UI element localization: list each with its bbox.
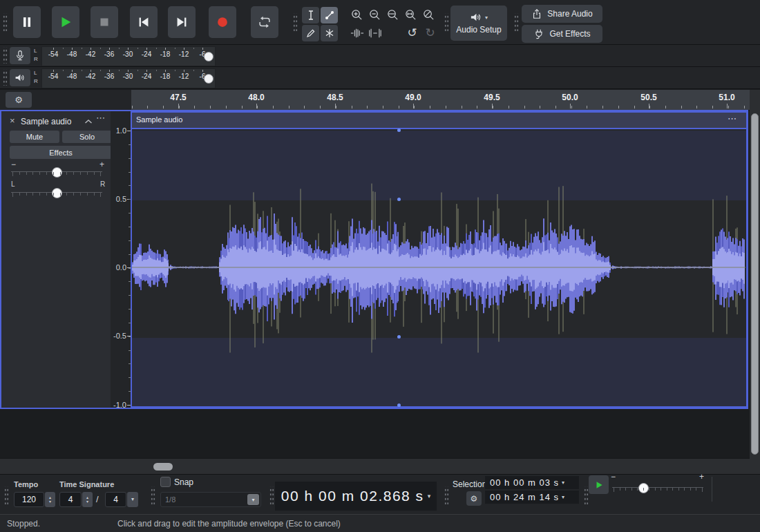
- ruler-tick: [634, 106, 635, 108]
- vertical-ruler-label: 0.0: [116, 263, 126, 272]
- envelope-control-point[interactable]: [397, 403, 401, 407]
- tempo-input[interactable]: 120: [14, 492, 44, 507]
- zoom-in-button[interactable]: [348, 7, 365, 22]
- loop-button[interactable]: [251, 6, 278, 38]
- toolbar-grip[interactable]: [151, 486, 155, 504]
- timeline-options-button[interactable]: ⚙: [6, 92, 32, 108]
- meter-minor-tick: [137, 48, 138, 49]
- time-signature-divider: /: [96, 494, 99, 504]
- time-signature-upper-input[interactable]: 4: [59, 492, 82, 507]
- clip-header[interactable]: Sample audio ⋯: [132, 113, 746, 129]
- selection-end-field[interactable]: 00 h 24 m 14 s ▾: [485, 491, 579, 504]
- audio-position-display[interactable]: 00 h 00 m 02.868 s ▾: [275, 482, 437, 511]
- envelope-control-point[interactable]: [397, 129, 401, 132]
- redo-button[interactable]: ↻: [421, 25, 439, 40]
- chevron-down-icon: ▾: [86, 500, 88, 504]
- record-button[interactable]: [209, 6, 236, 38]
- toolbar-grip[interactable]: [3, 13, 8, 31]
- snap-checkbox[interactable]: [160, 477, 171, 487]
- skip-to-end-button[interactable]: [168, 6, 196, 38]
- fit-project-button[interactable]: [402, 7, 419, 22]
- slider-tick: [649, 488, 649, 491]
- ruler-major-tick: [492, 104, 493, 108]
- toolbar-grip[interactable]: [3, 69, 8, 86]
- silence-audio-button[interactable]: [366, 26, 383, 41]
- toolbar-grip[interactable]: [584, 486, 589, 504]
- toolbar-grip[interactable]: [444, 13, 449, 31]
- playback-meter[interactable]: -54-48-42-36-30-24-18-12-6: [41, 68, 216, 88]
- play-at-speed-button[interactable]: [589, 475, 609, 494]
- toolbar-grip[interactable]: [4, 486, 9, 504]
- mute-button[interactable]: Mute: [10, 131, 59, 143]
- undo-button[interactable]: ↺: [403, 25, 421, 40]
- chevron-down-icon: ▾: [131, 497, 134, 502]
- selection-start-field[interactable]: 00 h 00 m 03 s ▾: [485, 476, 579, 489]
- toolbar-grip[interactable]: [514, 13, 519, 31]
- ruler-tick: [571, 106, 572, 108]
- tempo-stepper[interactable]: ▴ ▾: [45, 492, 55, 507]
- zoom-out-button[interactable]: [366, 7, 383, 22]
- gain-slider[interactable]: [11, 167, 102, 177]
- envelope-tool-button[interactable]: [321, 7, 338, 23]
- envelope-control-point[interactable]: [397, 198, 401, 201]
- time-signature-lower-dropdown[interactable]: ▾: [127, 492, 138, 507]
- envelope-icon: [324, 10, 335, 21]
- slider-tick: [46, 193, 47, 196]
- snap-interval-dropdown[interactable]: 1/8 ▾: [160, 492, 261, 507]
- trim-audio-button[interactable]: [348, 26, 365, 41]
- collapse-track-button[interactable]: [84, 119, 93, 124]
- speed-slider-thumb[interactable]: [638, 483, 649, 493]
- fit-selection-button[interactable]: [384, 7, 401, 22]
- toolbar-grip[interactable]: [444, 486, 449, 504]
- meter-scale-label: -54: [48, 50, 58, 58]
- ruler-label: 48.0: [248, 93, 264, 102]
- track-menu-button[interactable]: ⋯: [96, 113, 105, 123]
- share-audio-button[interactable]: Share Audio: [522, 5, 602, 23]
- skip-to-start-button[interactable]: [130, 6, 158, 38]
- vertical-scrollbar[interactable]: [750, 90, 760, 474]
- toolbar-grip[interactable]: [3, 47, 8, 64]
- vertical-scale-ruler[interactable]: 1.00.50.0-0.5-1.0: [111, 111, 131, 408]
- zoom-toggle-button[interactable]: [420, 7, 437, 22]
- envelope-control-point[interactable]: [397, 335, 401, 339]
- record-meter-button[interactable]: [10, 47, 30, 64]
- speed-plus-label: +: [699, 472, 704, 482]
- horizontal-scrollbar[interactable]: [0, 458, 750, 475]
- ruler-major-tick: [256, 104, 257, 108]
- meter-tick: [72, 70, 73, 72]
- selection-options-button[interactable]: ⚙: [466, 491, 482, 506]
- get-effects-button[interactable]: Get Effects: [522, 25, 602, 43]
- multi-tool-button[interactable]: [321, 25, 338, 41]
- playback-speed-slider[interactable]: [612, 482, 703, 493]
- pause-button[interactable]: [13, 6, 41, 38]
- toolbar-grip[interactable]: [293, 13, 298, 31]
- track-title[interactable]: Sample audio: [21, 117, 71, 126]
- play-button[interactable]: [52, 6, 79, 38]
- horizontal-scrollbar-thumb[interactable]: [153, 463, 173, 471]
- solo-button[interactable]: Solo: [62, 131, 112, 143]
- time-signature-stepper[interactable]: ▴ ▾: [82, 492, 93, 507]
- recording-meter[interactable]: -54-48-42-36-30-24-18-12-6: [41, 46, 216, 66]
- close-track-button[interactable]: ×: [10, 115, 15, 126]
- waveform[interactable]: [132, 129, 745, 406]
- meter-tick: [202, 70, 203, 72]
- selection-tool-button[interactable]: [302, 7, 319, 23]
- loop-icon: [257, 15, 272, 30]
- slider-tick: [60, 172, 61, 175]
- vertical-scrollbar-thumb[interactable]: [751, 113, 759, 455]
- timeline-ruler[interactable]: 47.548.048.549.049.550.050.551.0: [131, 90, 750, 111]
- meter-clip-indicator: [204, 74, 213, 84]
- stop-button[interactable]: [91, 6, 118, 38]
- time-signature-lower-select[interactable]: 4: [105, 492, 126, 507]
- clip-menu-button[interactable]: ⋯: [728, 113, 737, 124]
- pan-slider[interactable]: [11, 188, 102, 198]
- meter-tick: [165, 48, 166, 50]
- audio-setup-button[interactable]: ▾ Audio Setup: [450, 6, 507, 41]
- draw-tool-button[interactable]: [302, 25, 319, 41]
- meter-minor-tick: [193, 48, 194, 49]
- toolbar-grip[interactable]: [269, 486, 274, 504]
- effects-button[interactable]: Effects: [10, 146, 112, 159]
- meter-scale-label: -18: [160, 50, 170, 58]
- playback-meter-button[interactable]: [10, 69, 30, 86]
- meter-left-label: L: [34, 70, 37, 76]
